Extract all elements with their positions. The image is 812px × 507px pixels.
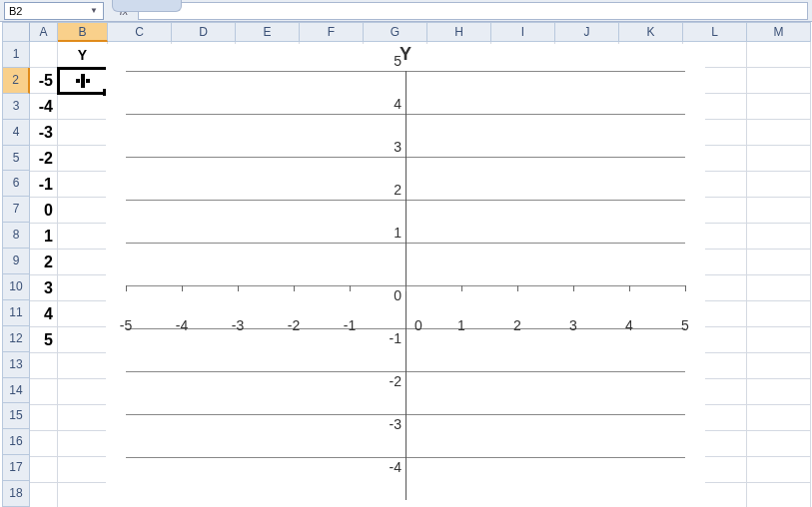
chart-x-tick — [517, 285, 518, 291]
row-header-9[interactable]: 9 — [2, 249, 30, 274]
cell-m5[interactable] — [747, 146, 811, 172]
cell-b18[interactable] — [58, 483, 108, 507]
cell-b14[interactable] — [58, 379, 108, 405]
cell-m2[interactable] — [747, 68, 811, 94]
cell-m15[interactable] — [747, 405, 811, 431]
column-header-h[interactable]: H — [427, 22, 491, 42]
row-header-17[interactable]: 17 — [2, 455, 30, 481]
chart-object[interactable]: Y 543210-1-2-3-4-5-4-3-2-1012345 — [106, 44, 705, 507]
cell-a18[interactable] — [30, 483, 58, 507]
cell-a2[interactable]: -5 — [30, 68, 58, 94]
cell-m1[interactable] — [747, 42, 811, 68]
name-box[interactable]: B2 ▼ — [4, 2, 104, 20]
column-header-j[interactable]: J — [555, 22, 619, 42]
cell-b12[interactable] — [58, 327, 108, 353]
chart-x-tick — [350, 285, 351, 291]
cell-m6[interactable] — [747, 172, 811, 198]
row-header-12[interactable]: 12 — [2, 326, 30, 352]
cell-b15[interactable] — [58, 405, 108, 431]
cell-m3[interactable] — [747, 94, 811, 120]
column-header-b[interactable]: B — [58, 22, 108, 42]
cell-b4[interactable] — [58, 120, 108, 146]
cell-m17[interactable] — [747, 457, 811, 483]
cell-a14[interactable] — [30, 379, 58, 405]
name-box-dropdown-icon[interactable]: ▼ — [89, 6, 99, 15]
cell-a4[interactable]: -3 — [30, 120, 58, 146]
row-header-11[interactable]: 11 — [2, 300, 30, 326]
row-header-6[interactable]: 6 — [2, 171, 30, 197]
row-header-5[interactable]: 5 — [2, 146, 30, 172]
cell-a6[interactable]: -1 — [30, 172, 58, 198]
chart-x-tick-label: 1 — [451, 317, 471, 333]
cell-b11[interactable] — [58, 301, 108, 327]
cell-m8[interactable] — [747, 224, 811, 250]
chart-x-tick — [238, 285, 239, 291]
cell-a11[interactable]: 4 — [30, 301, 58, 327]
cell-a12[interactable]: 5 — [30, 327, 58, 353]
row-header-2[interactable]: 2 — [2, 68, 30, 94]
cell-a17[interactable] — [30, 457, 58, 483]
row-header-3[interactable]: 3 — [2, 94, 30, 120]
cell-m4[interactable] — [747, 120, 811, 146]
cell-a8[interactable]: 1 — [30, 224, 58, 250]
cell-a7[interactable]: 0 — [30, 198, 58, 224]
row-header-15[interactable]: 15 — [2, 403, 30, 429]
row-header-1[interactable]: 1 — [2, 42, 30, 68]
cell-b3[interactable] — [58, 94, 108, 120]
cell-b17[interactable] — [58, 457, 108, 483]
row-header-4[interactable]: 4 — [2, 120, 30, 146]
chart-x-tick-label: -1 — [340, 317, 360, 333]
column-headers-row: ABCDEFGHIJKLM — [2, 22, 812, 42]
row-header-13[interactable]: 13 — [2, 352, 30, 378]
cell-a15[interactable] — [30, 405, 58, 431]
column-header-e[interactable]: E — [236, 22, 300, 42]
column-header-m[interactable]: M — [747, 22, 811, 42]
cell-b7[interactable] — [58, 198, 108, 224]
cell-a1[interactable] — [30, 42, 58, 68]
cell-b9[interactable] — [58, 250, 108, 275]
cell-m9[interactable] — [747, 250, 811, 275]
row-header-8[interactable]: 8 — [2, 223, 30, 249]
cell-m10[interactable] — [747, 275, 811, 301]
cell-a16[interactable] — [30, 431, 58, 457]
column-header-l[interactable]: L — [683, 22, 747, 42]
column-header-f[interactable]: F — [300, 22, 364, 42]
cell-b6[interactable] — [58, 172, 108, 198]
cell-m13[interactable] — [747, 353, 811, 379]
column-header-a[interactable]: A — [30, 22, 58, 42]
cell-m18[interactable] — [747, 483, 811, 507]
formula-bar-expand-tab[interactable] — [112, 0, 182, 12]
cell-m11[interactable] — [747, 301, 811, 327]
row-header-18[interactable]: 18 — [2, 481, 30, 507]
cell-a5[interactable]: -2 — [30, 146, 58, 172]
cell-b10[interactable] — [58, 275, 108, 301]
row-header-16[interactable]: 16 — [2, 429, 30, 455]
cell-a3[interactable]: -4 — [30, 94, 58, 120]
formula-bar-input[interactable] — [138, 2, 808, 20]
cell-b13[interactable] — [58, 353, 108, 379]
column-header-i[interactable]: I — [491, 22, 555, 42]
chart-plot-area[interactable]: 543210-1-2-3-4-5-4-3-2-1012345 — [126, 71, 685, 500]
column-header-d[interactable]: D — [172, 22, 236, 42]
cell-b8[interactable] — [58, 224, 108, 250]
select-all-corner[interactable] — [2, 22, 30, 42]
cell-m12[interactable] — [747, 327, 811, 353]
cell-b5[interactable] — [58, 146, 108, 172]
cell-a9[interactable]: 2 — [30, 250, 58, 275]
cell-a13[interactable] — [30, 353, 58, 379]
cell-m7[interactable] — [747, 198, 811, 224]
cell-b2[interactable] — [58, 68, 108, 94]
cell-a10[interactable]: 3 — [30, 275, 58, 301]
cell-b16[interactable] — [58, 431, 108, 457]
column-header-c[interactable]: C — [108, 22, 172, 42]
cell-b1[interactable]: Y — [58, 42, 108, 68]
column-header-g[interactable]: G — [364, 22, 427, 42]
column-header-k[interactable]: K — [619, 22, 683, 42]
cell-m16[interactable] — [747, 431, 811, 457]
chart-title[interactable]: Y — [106, 44, 705, 65]
row-header-10[interactable]: 10 — [2, 274, 30, 300]
name-box-value: B2 — [9, 5, 89, 17]
row-header-7[interactable]: 7 — [2, 197, 30, 223]
cell-m14[interactable] — [747, 379, 811, 405]
row-header-14[interactable]: 14 — [2, 378, 30, 404]
